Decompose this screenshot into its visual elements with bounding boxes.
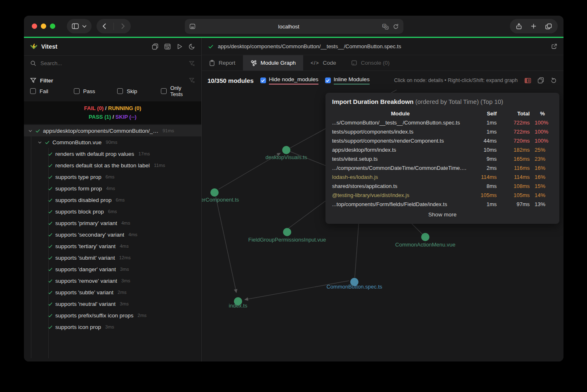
test-row[interactable]: supports 'remove' variant3ms [24, 275, 201, 286]
checked-checkbox-icon[interactable] [260, 77, 266, 83]
breakdown-row[interactable]: apps/desktop/form/index.ts10ms182ms25% [332, 145, 553, 154]
breakdown-row[interactable]: tests/support/components/index.ts1ms722m… [332, 127, 553, 136]
view-tabs: Report Module Graph </> Code Console (0) [202, 55, 563, 71]
tab-console[interactable]: Console (0) [344, 55, 397, 70]
filter-option-fail[interactable]: Fail [30, 88, 74, 94]
test-row[interactable]: supports icon prop3ms [24, 321, 201, 333]
test-row[interactable]: supports 'primary' variant4ms [24, 217, 201, 229]
node-label: renderComponent.ts [202, 197, 239, 203]
node-desktopvisuals[interactable] [282, 146, 290, 154]
breakdown-table-header: Module Self Total % [332, 109, 553, 118]
test-row[interactable]: renders default slot as the button label… [24, 160, 201, 171]
clear-filter-icon[interactable] [189, 77, 195, 83]
vitest-logo-icon [30, 43, 38, 50]
filter-icon [30, 77, 36, 83]
breakdown-row[interactable]: tests/vitest.setup.ts9ms165ms23% [332, 154, 553, 163]
chevron-down-icon[interactable] [38, 140, 42, 145]
tab-report[interactable]: Report [202, 55, 243, 70]
show-more-button[interactable]: Show more [332, 211, 553, 218]
node-label: CommonButton.spec.ts [326, 284, 382, 290]
indent-guide [48, 148, 49, 358]
test-file-row[interactable]: apps/desktop/components/CommonButton/_… … [24, 125, 201, 136]
forward-button[interactable] [120, 23, 125, 29]
dashboard-icon[interactable] [164, 43, 171, 50]
module-graph-icon [250, 60, 257, 66]
clear-search-filter-icon[interactable] [189, 61, 195, 66]
sidebar-toggle-button[interactable] [67, 19, 92, 33]
chevron-down-icon[interactable] [28, 129, 33, 133]
test-row[interactable]: supports 'secondary' variant4ms [24, 229, 201, 240]
indent-guide [31, 136, 31, 358]
open-external-icon[interactable] [551, 43, 557, 49]
tab-module-graph[interactable]: Module Graph [243, 55, 304, 70]
test-row[interactable]: supports 'neutral' variant3ms [24, 298, 201, 310]
hide-node-modules-toggle[interactable]: Hide node_modules [260, 76, 318, 85]
breakdown-row[interactable]: ...top/components/Form/fields/FieldDate/… [332, 200, 553, 209]
skip-checkbox[interactable] [117, 88, 123, 94]
panel-title: Import Duration Breakdown (ordered by To… [332, 98, 553, 105]
breakdown-row[interactable]: tests/support/components/renderComponent… [332, 136, 553, 145]
test-row[interactable]: supports prefix/suffix icon props2ms [24, 310, 201, 321]
export-graph-icon[interactable] [537, 77, 544, 84]
zoom-window-button[interactable] [50, 23, 55, 29]
file-name: apps/desktop/components/CommonButton/_… [43, 128, 158, 134]
graph-toolbar: 10/350 modules Hide node_modules Inline … [202, 71, 563, 90]
tab-code[interactable]: </> Code [303, 55, 344, 70]
minimize-window-button[interactable] [41, 23, 46, 29]
node-commonactionmenu[interactable] [421, 233, 429, 241]
main-panel: apps/desktop/components/CommonButton/__t… [202, 38, 563, 361]
pass-check-icon [35, 128, 40, 134]
test-row[interactable]: supports 'tertiary' variant4ms [24, 240, 201, 252]
back-button[interactable] [102, 23, 107, 29]
test-row[interactable]: supports form prop4ms [24, 183, 201, 194]
share-icon[interactable] [516, 23, 522, 30]
search-input[interactable] [40, 60, 185, 66]
checked-checkbox-icon[interactable] [325, 77, 331, 83]
inline-modules-toggle[interactable]: Inline Modules [325, 76, 370, 85]
address-bar[interactable]: localhost A [185, 19, 403, 34]
reload-icon[interactable] [393, 23, 399, 30]
filter-label: Filter [40, 77, 53, 84]
breakdown-row[interactable]: lodash-es/lodash.js114ms114ms16% [332, 172, 553, 181]
desktop: localhost A [0, 0, 587, 392]
test-row[interactable]: supports 'subtle' variant2ms [24, 286, 201, 298]
running-count: RUNNING (0) [108, 105, 141, 111]
url-text[interactable]: localhost [196, 23, 382, 30]
dark-mode-icon[interactable] [189, 43, 195, 50]
test-row[interactable]: supports 'submit' variant12ms [24, 252, 201, 263]
filter-section-header: Filter [24, 75, 201, 86]
filter-option-pass[interactable]: Pass [74, 88, 118, 94]
run-all-icon[interactable] [177, 43, 183, 50]
new-tab-icon[interactable] [530, 23, 537, 29]
nav-buttons [97, 19, 131, 33]
node-rendercomponent[interactable] [210, 188, 219, 197]
test-row[interactable]: supports disabled prop6ms [24, 194, 201, 206]
filter-option-skip[interactable]: Skip [117, 88, 161, 94]
graph-legend-icon[interactable] [524, 77, 531, 84]
breakdown-row[interactable]: ...s/CommonButton/__tests__/CommonButton… [332, 118, 553, 127]
only-tests-checkbox[interactable] [161, 88, 167, 94]
nav-divider [113, 23, 114, 30]
console-icon [351, 60, 357, 66]
breakdown-row[interactable]: @testing-library/vue/dist/index.js105ms1… [332, 190, 553, 200]
collapse-panels-icon[interactable] [152, 43, 158, 50]
test-row[interactable]: supports 'danger' variant3ms [24, 263, 201, 275]
test-row[interactable]: supports block prop6ms [24, 206, 201, 217]
app-title: Vitest [41, 43, 57, 50]
test-row[interactable]: supports type prop6ms [24, 171, 201, 183]
browser-chrome: localhost A [24, 16, 563, 37]
test-row[interactable]: renders with default prop values17ms [24, 148, 201, 160]
pass-checkbox[interactable] [74, 88, 80, 94]
reset-graph-icon[interactable] [550, 77, 557, 84]
reader-mode-icon[interactable] [189, 23, 196, 29]
filter-option-only-tests[interactable]: Only Tests [161, 85, 195, 97]
test-suite-row[interactable]: CommonButton.vue 90ms [24, 136, 201, 148]
node-fieldgrouppermissionsinput[interactable] [283, 228, 291, 236]
fail-checkbox[interactable] [30, 88, 36, 94]
translate-icon[interactable]: A [382, 23, 389, 30]
search-icon [30, 60, 36, 66]
tab-overview-icon[interactable] [545, 23, 552, 30]
breakdown-row[interactable]: shared/stores/application.ts8ms108ms15% [332, 181, 553, 190]
close-window-button[interactable] [32, 23, 37, 29]
breakdown-row[interactable]: .../components/CommonDateTime/CommonDate… [332, 163, 553, 172]
